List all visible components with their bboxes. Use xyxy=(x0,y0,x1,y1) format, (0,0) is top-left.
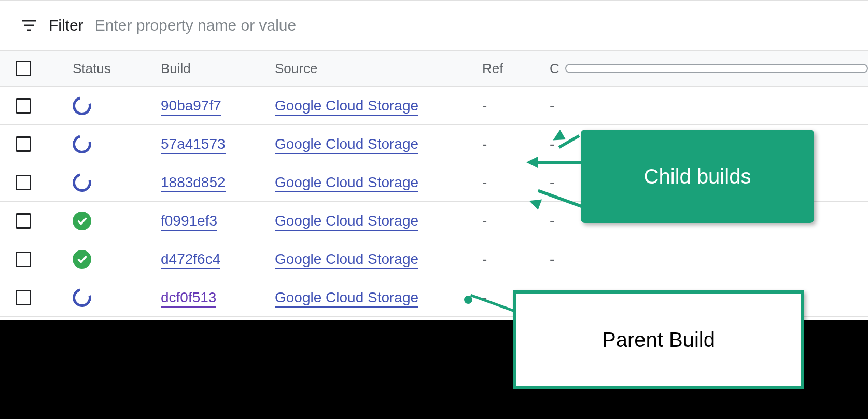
build-link[interactable]: d472f6c4 xyxy=(161,251,220,269)
row-checkbox[interactable] xyxy=(16,252,31,267)
source-link[interactable]: Google Cloud Storage xyxy=(275,97,418,116)
source-link[interactable]: Google Cloud Storage xyxy=(275,251,418,269)
callout-child-text: Child builds xyxy=(644,165,751,188)
filter-icon[interactable] xyxy=(20,16,38,35)
c-value: - xyxy=(550,174,554,190)
col-header-c[interactable]: C xyxy=(550,61,868,77)
row-checkbox[interactable] xyxy=(16,213,31,229)
ref-value: - xyxy=(482,174,487,190)
checkmark-icon xyxy=(73,250,91,269)
filter-label: Filter xyxy=(49,17,83,34)
callout-arrow-dot xyxy=(464,296,472,304)
ref-value: - xyxy=(482,213,487,229)
c-value: - xyxy=(550,213,554,229)
callout-child-builds: Child builds xyxy=(581,130,814,223)
source-link[interactable]: Google Cloud Storage xyxy=(275,174,418,192)
spinner-icon xyxy=(69,170,94,195)
ref-value: - xyxy=(482,136,487,152)
filter-input[interactable] xyxy=(94,16,852,35)
callout-parent-build: Parent Build xyxy=(513,290,804,389)
source-link[interactable]: Google Cloud Storage xyxy=(275,289,418,308)
row-checkbox[interactable] xyxy=(16,136,31,152)
ref-value: - xyxy=(482,289,487,305)
build-link[interactable]: 1883d852 xyxy=(161,174,226,192)
ref-value: - xyxy=(482,97,487,114)
col-header-build[interactable]: Build xyxy=(161,61,275,77)
build-link[interactable]: 90ba97f7 xyxy=(161,97,221,116)
row-checkbox[interactable] xyxy=(16,98,31,114)
row-checkbox[interactable] xyxy=(16,290,31,305)
c-value: - xyxy=(550,251,554,267)
col-header-status[interactable]: Status xyxy=(73,61,161,77)
spinner-icon xyxy=(69,93,94,118)
col-header-source[interactable]: Source xyxy=(275,61,482,77)
c-value: - xyxy=(550,97,554,114)
spinner-icon xyxy=(69,285,94,310)
build-link[interactable]: dcf0f513 xyxy=(161,289,216,308)
callout-parent-text: Parent Build xyxy=(602,328,715,352)
ref-value: - xyxy=(482,251,487,267)
checkmark-icon xyxy=(73,212,91,230)
source-link[interactable]: Google Cloud Storage xyxy=(275,136,418,154)
build-link[interactable]: f0991ef3 xyxy=(161,213,217,231)
callout-arrow-head xyxy=(526,157,538,168)
select-all-checkbox[interactable] xyxy=(16,61,31,76)
source-link[interactable]: Google Cloud Storage xyxy=(275,213,418,231)
table-row: d472f6c4Google Cloud Storage-- xyxy=(0,240,868,278)
callout-arrow xyxy=(534,161,581,164)
horizontal-scrollbar[interactable] xyxy=(565,64,868,73)
col-header-ref[interactable]: Ref xyxy=(482,61,550,77)
table-row: 90ba97f7Google Cloud Storage-- xyxy=(0,87,868,125)
table-header: Status Build Source Ref C xyxy=(0,50,868,87)
spinner-icon xyxy=(69,131,94,157)
filter-bar: Filter xyxy=(0,0,868,50)
row-checkbox[interactable] xyxy=(16,175,31,190)
build-link[interactable]: 57a41573 xyxy=(161,136,226,154)
